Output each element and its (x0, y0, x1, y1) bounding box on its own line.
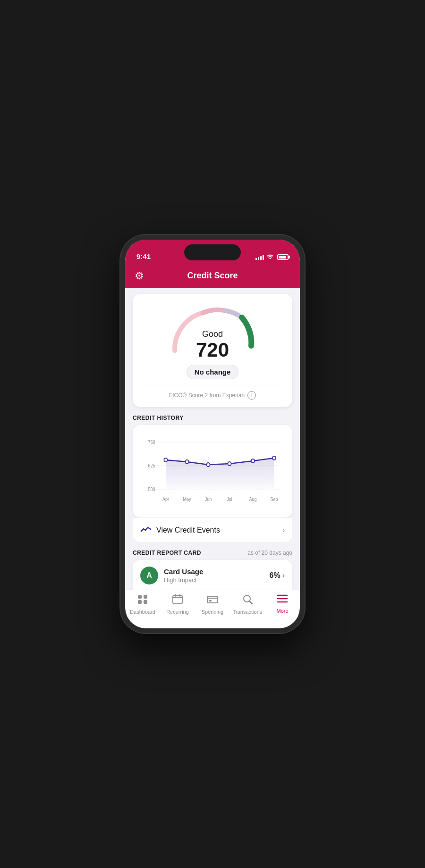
score-center: Good 720 No change (187, 329, 239, 379)
card-usage-score: 6% › (270, 571, 285, 580)
svg-rect-20 (144, 595, 147, 599)
gear-icon[interactable]: ⚙ (135, 270, 144, 282)
svg-rect-27 (207, 596, 218, 603)
notch (184, 244, 241, 260)
view-credit-events-row[interactable]: View Credit Events › (133, 518, 292, 542)
svg-text:Apr: Apr (162, 497, 169, 502)
svg-text:Jul: Jul (227, 497, 232, 502)
fico-source: FICO® Score 2 from Experian i (142, 385, 283, 400)
svg-point-8 (185, 460, 188, 464)
credit-history-chart: 750 625 500 (140, 433, 285, 508)
svg-rect-29 (209, 600, 212, 601)
phone-frame: 9:41 ⚙ Credit (120, 235, 305, 633)
card-usage-info: Card Usage High Impact (164, 568, 264, 584)
svg-point-12 (272, 456, 276, 460)
score-rating: Good (187, 329, 239, 339)
svg-rect-21 (138, 600, 142, 604)
info-icon[interactable]: i (247, 391, 256, 400)
score-change-badge: No change (187, 365, 239, 379)
svg-text:May: May (183, 497, 191, 502)
svg-point-10 (228, 462, 231, 466)
transactions-icon (242, 594, 253, 607)
svg-rect-19 (138, 595, 142, 599)
chart-card: 750 625 500 (133, 425, 292, 517)
svg-text:Sep: Sep (271, 497, 278, 502)
credit-events-label: View Credit Events (156, 526, 220, 534)
recurring-icon (172, 594, 183, 607)
nav-item-recurring[interactable]: Recurring (160, 594, 195, 615)
score-number: 720 (187, 339, 239, 361)
svg-text:500: 500 (148, 487, 155, 492)
signal-bars-icon (255, 254, 264, 260)
trend-icon (140, 525, 152, 535)
svg-marker-6 (166, 458, 274, 489)
credit-history-header: CREDIT HISTORY (125, 407, 300, 425)
svg-text:625: 625 (148, 463, 155, 469)
nav-label-recurring: Recurring (166, 609, 189, 615)
card-usage-avatar: A (140, 567, 158, 584)
nav-label-spending: Spending (202, 609, 224, 615)
more-icon (277, 594, 288, 606)
credit-history-title: CREDIT HISTORY (133, 415, 184, 421)
dashboard-icon (137, 594, 148, 607)
credit-report-asof: as of 20 days ago (247, 550, 292, 556)
nav-item-spending[interactable]: Spending (195, 594, 230, 615)
status-time: 9:41 (136, 252, 151, 260)
chevron-right-usage-icon: › (282, 571, 285, 580)
svg-rect-23 (173, 595, 182, 604)
main-content: Good 720 No change FICO® Score 2 from Ex… (125, 288, 300, 590)
nav-item-dashboard[interactable]: Dashboard (125, 594, 160, 615)
svg-text:Aug: Aug (249, 497, 257, 502)
nav-label-transactions: Transactions (233, 609, 263, 615)
svg-point-11 (251, 459, 255, 463)
phone-screen: 9:41 ⚙ Credit (125, 240, 300, 628)
app-header: ⚙ Credit Score (125, 265, 300, 288)
credit-report-header: CREDIT REPORT CARD as of 20 days ago (125, 542, 300, 560)
page-title: Credit Score (187, 271, 238, 281)
chevron-right-icon: › (282, 526, 285, 534)
wifi-icon (266, 253, 274, 260)
nav-label-dashboard: Dashboard (130, 609, 155, 615)
svg-point-9 (206, 463, 210, 467)
bottom-nav: Dashboard Recurring (125, 590, 300, 628)
card-usage-name: Card Usage (164, 568, 264, 576)
card-usage-impact: High Impact (164, 576, 264, 584)
spending-icon (207, 594, 218, 607)
svg-rect-22 (144, 600, 147, 604)
credit-report-title: CREDIT REPORT CARD (133, 550, 201, 556)
nav-label-more: More (276, 608, 288, 614)
svg-text:Jun: Jun (205, 497, 212, 502)
svg-point-7 (164, 458, 167, 462)
report-card: A Card Usage High Impact 6% › A Payment … (133, 560, 292, 590)
fico-text: FICO® Score 2 from Experian (169, 392, 245, 399)
nav-item-more[interactable]: More (265, 594, 300, 614)
status-icons (255, 253, 289, 260)
svg-text:750: 750 (148, 440, 155, 445)
report-item-card-usage[interactable]: A Card Usage High Impact 6% › (133, 560, 292, 590)
svg-line-31 (249, 601, 252, 604)
battery-icon (277, 254, 289, 260)
score-card: Good 720 No change FICO® Score 2 from Ex… (133, 294, 292, 407)
nav-item-transactions[interactable]: Transactions (230, 594, 265, 615)
gauge-container: Good 720 No change (142, 303, 283, 379)
